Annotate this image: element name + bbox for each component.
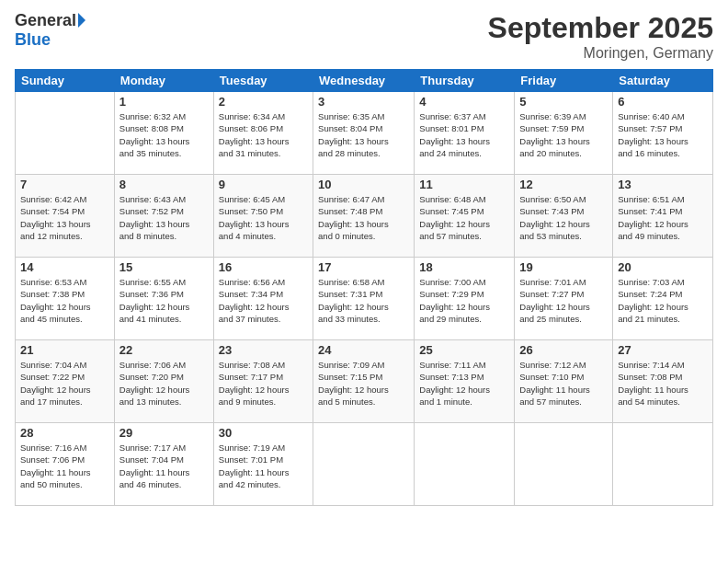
calendar-cell: 9Sunrise: 6:45 AM Sunset: 7:50 PM Daylig…	[213, 175, 313, 258]
day-info: Sunrise: 7:17 AM Sunset: 7:04 PM Dayligh…	[119, 442, 209, 490]
calendar-cell: 26Sunrise: 7:12 AM Sunset: 7:10 PM Dayli…	[515, 340, 613, 423]
day-number: 19	[519, 260, 608, 274]
day-number: 12	[519, 178, 608, 191]
calendar-header-row: SundayMondayTuesdayWednesdayThursdayFrid…	[16, 70, 713, 92]
calendar-cell: 25Sunrise: 7:11 AM Sunset: 7:13 PM Dayli…	[415, 340, 515, 423]
calendar-cell: 18Sunrise: 7:00 AM Sunset: 7:29 PM Dayli…	[415, 258, 515, 340]
calendar-header-tuesday: Tuesday	[213, 70, 313, 92]
day-number: 11	[419, 178, 509, 191]
page: General Blue September 2025 Moringen, Ge…	[0, 0, 728, 563]
calendar-cell: 28Sunrise: 7:16 AM Sunset: 7:06 PM Dayli…	[16, 423, 115, 506]
calendar-week-row: 21Sunrise: 7:04 AM Sunset: 7:22 PM Dayli…	[16, 340, 713, 423]
calendar-cell: 14Sunrise: 6:53 AM Sunset: 7:38 PM Dayli…	[16, 258, 115, 340]
calendar-cell: 24Sunrise: 7:09 AM Sunset: 7:15 PM Dayli…	[313, 340, 415, 423]
day-info: Sunrise: 7:03 AM Sunset: 7:24 PM Dayligh…	[618, 276, 708, 325]
day-info: Sunrise: 6:37 AM Sunset: 8:01 PM Dayligh…	[419, 110, 509, 159]
calendar-week-row: 7Sunrise: 6:42 AM Sunset: 7:54 PM Daylig…	[16, 175, 713, 258]
calendar-cell: 1Sunrise: 6:32 AM Sunset: 8:08 PM Daylig…	[114, 92, 213, 175]
calendar-cell: 13Sunrise: 6:51 AM Sunset: 7:41 PM Dayli…	[613, 175, 713, 258]
calendar-cell: 5Sunrise: 6:39 AM Sunset: 7:59 PM Daylig…	[515, 92, 613, 175]
day-number: 15	[119, 260, 209, 274]
day-info: Sunrise: 7:09 AM Sunset: 7:15 PM Dayligh…	[318, 359, 409, 408]
calendar-week-row: 1Sunrise: 6:32 AM Sunset: 8:08 PM Daylig…	[16, 92, 713, 175]
calendar-cell: 3Sunrise: 6:35 AM Sunset: 8:04 PM Daylig…	[313, 92, 415, 175]
calendar-header-saturday: Saturday	[613, 70, 713, 92]
calendar-week-row: 14Sunrise: 6:53 AM Sunset: 7:38 PM Dayli…	[16, 258, 713, 340]
day-info: Sunrise: 7:04 AM Sunset: 7:22 PM Dayligh…	[20, 359, 109, 408]
day-number: 24	[318, 343, 409, 357]
day-number: 28	[20, 426, 109, 440]
calendar-header-sunday: Sunday	[16, 70, 115, 92]
day-info: Sunrise: 7:19 AM Sunset: 7:01 PM Dayligh…	[219, 442, 308, 490]
calendar: SundayMondayTuesdayWednesdayThursdayFrid…	[15, 69, 713, 506]
day-number: 23	[219, 343, 308, 357]
day-info: Sunrise: 7:06 AM Sunset: 7:20 PM Dayligh…	[119, 359, 209, 408]
day-info: Sunrise: 7:01 AM Sunset: 7:27 PM Dayligh…	[519, 276, 608, 325]
calendar-cell: 27Sunrise: 7:14 AM Sunset: 7:08 PM Dayli…	[613, 340, 713, 423]
calendar-cell: 4Sunrise: 6:37 AM Sunset: 8:01 PM Daylig…	[415, 92, 515, 175]
day-number: 6	[618, 95, 708, 109]
calendar-cell: 11Sunrise: 6:48 AM Sunset: 7:45 PM Dayli…	[415, 175, 515, 258]
calendar-cell	[415, 423, 515, 506]
day-info: Sunrise: 6:32 AM Sunset: 8:08 PM Dayligh…	[119, 110, 209, 159]
calendar-cell: 19Sunrise: 7:01 AM Sunset: 7:27 PM Dayli…	[515, 258, 613, 340]
day-number: 30	[219, 426, 308, 440]
day-number: 1	[119, 95, 209, 109]
calendar-cell: 15Sunrise: 6:55 AM Sunset: 7:36 PM Dayli…	[114, 258, 213, 340]
day-info: Sunrise: 6:56 AM Sunset: 7:34 PM Dayligh…	[219, 276, 308, 325]
day-number: 16	[219, 260, 308, 274]
day-info: Sunrise: 7:11 AM Sunset: 7:13 PM Dayligh…	[419, 359, 509, 408]
day-info: Sunrise: 6:43 AM Sunset: 7:52 PM Dayligh…	[119, 193, 209, 242]
day-info: Sunrise: 7:12 AM Sunset: 7:10 PM Dayligh…	[519, 359, 608, 408]
day-number: 21	[20, 343, 109, 357]
day-info: Sunrise: 6:48 AM Sunset: 7:45 PM Dayligh…	[419, 193, 509, 242]
logo-general-text: General	[15, 11, 76, 30]
day-info: Sunrise: 6:51 AM Sunset: 7:41 PM Dayligh…	[618, 193, 708, 242]
calendar-header-monday: Monday	[114, 70, 213, 92]
title-section: September 2025 Moringen, Germany	[488, 11, 713, 62]
calendar-cell: 23Sunrise: 7:08 AM Sunset: 7:17 PM Dayli…	[213, 340, 313, 423]
day-info: Sunrise: 6:35 AM Sunset: 8:04 PM Dayligh…	[318, 110, 409, 159]
day-info: Sunrise: 7:16 AM Sunset: 7:06 PM Dayligh…	[20, 442, 109, 490]
day-number: 8	[119, 178, 209, 191]
calendar-cell: 7Sunrise: 6:42 AM Sunset: 7:54 PM Daylig…	[16, 175, 115, 258]
day-info: Sunrise: 6:39 AM Sunset: 7:59 PM Dayligh…	[519, 110, 608, 159]
calendar-cell	[515, 423, 613, 506]
day-info: Sunrise: 6:58 AM Sunset: 7:31 PM Dayligh…	[318, 276, 409, 325]
day-number: 20	[618, 260, 708, 274]
logo-arrow-icon	[78, 13, 85, 28]
calendar-cell: 10Sunrise: 6:47 AM Sunset: 7:48 PM Dayli…	[313, 175, 415, 258]
calendar-cell: 20Sunrise: 7:03 AM Sunset: 7:24 PM Dayli…	[613, 258, 713, 340]
day-number: 26	[519, 343, 608, 357]
day-info: Sunrise: 7:00 AM Sunset: 7:29 PM Dayligh…	[419, 276, 509, 325]
day-info: Sunrise: 7:08 AM Sunset: 7:17 PM Dayligh…	[219, 359, 308, 408]
calendar-cell: 12Sunrise: 6:50 AM Sunset: 7:43 PM Dayli…	[515, 175, 613, 258]
day-number: 3	[318, 95, 409, 109]
day-number: 22	[119, 343, 209, 357]
day-info: Sunrise: 6:40 AM Sunset: 7:57 PM Dayligh…	[618, 110, 708, 159]
day-info: Sunrise: 6:53 AM Sunset: 7:38 PM Dayligh…	[20, 276, 109, 325]
day-number: 17	[318, 260, 409, 274]
day-number: 7	[20, 178, 109, 191]
day-number: 29	[119, 426, 209, 440]
day-info: Sunrise: 6:55 AM Sunset: 7:36 PM Dayligh…	[119, 276, 209, 325]
day-number: 25	[419, 343, 509, 357]
calendar-cell	[313, 423, 415, 506]
calendar-header-thursday: Thursday	[415, 70, 515, 92]
calendar-cell: 17Sunrise: 6:58 AM Sunset: 7:31 PM Dayli…	[313, 258, 415, 340]
calendar-cell	[613, 423, 713, 506]
day-info: Sunrise: 6:45 AM Sunset: 7:50 PM Dayligh…	[219, 193, 308, 242]
day-number: 10	[318, 178, 409, 191]
day-number: 5	[519, 95, 608, 109]
calendar-cell: 30Sunrise: 7:19 AM Sunset: 7:01 PM Dayli…	[213, 423, 313, 506]
day-info: Sunrise: 6:50 AM Sunset: 7:43 PM Dayligh…	[519, 193, 608, 242]
day-number: 18	[419, 260, 509, 274]
location: Moringen, Germany	[488, 45, 713, 62]
calendar-header-wednesday: Wednesday	[313, 70, 415, 92]
calendar-cell: 29Sunrise: 7:17 AM Sunset: 7:04 PM Dayli…	[114, 423, 213, 506]
calendar-cell: 2Sunrise: 6:34 AM Sunset: 8:06 PM Daylig…	[213, 92, 313, 175]
day-number: 9	[219, 178, 308, 191]
logo: General Blue	[15, 11, 85, 50]
day-number: 4	[419, 95, 509, 109]
day-number: 27	[618, 343, 708, 357]
